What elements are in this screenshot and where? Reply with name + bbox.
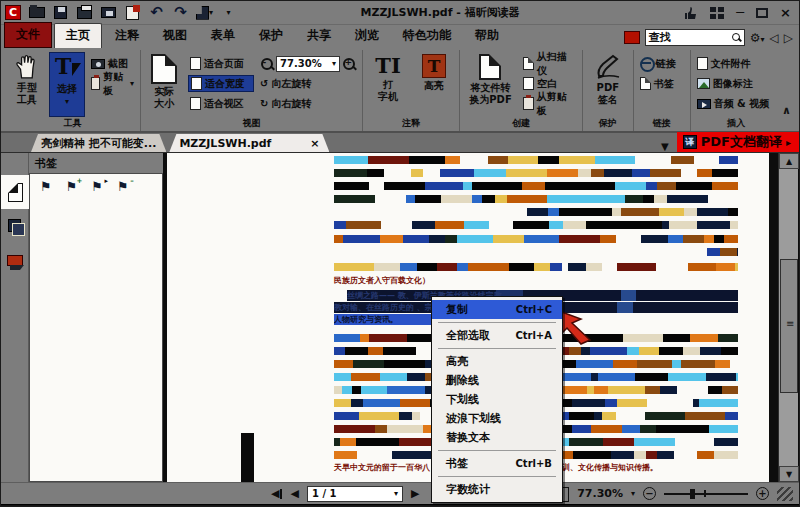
pages-panel-button[interactable] [1,209,29,243]
maximize-button[interactable] [756,8,768,18]
redo-button[interactable]: ↷ [172,5,189,20]
close-button[interactable]: × [780,6,791,19]
image-annotation-button[interactable]: 图像标注 [695,75,772,92]
close-tab-icon[interactable]: × [310,137,319,150]
caret-down-icon: ▾ [209,9,213,17]
garbled-text-line [527,208,738,216]
zoom-level-combo[interactable]: 77.30%▾ [276,56,340,72]
next-page-button[interactable]: ▶ [411,488,419,499]
rotate-right-button[interactable]: ↻向右旋转 [258,95,358,112]
bookmark-next-button[interactable]: ⚑▸ [91,180,103,193]
menu-item-underline[interactable]: 下划线 [432,390,562,409]
fit-width-button[interactable]: 适合宽度 [188,75,254,92]
audio-video-button[interactable]: 音频 & 视频 [695,95,772,112]
first-page-button[interactable]: ◀ [271,488,282,499]
brush-tool-button[interactable]: ▾ [196,5,213,20]
undo-button[interactable]: ↶ [148,5,165,20]
resize-grip[interactable] [777,487,793,501]
fit-visible-button[interactable]: 适合视区 [188,95,254,112]
zoom-percentage: 77.30% [577,487,623,500]
scrollbar-thumb[interactable] [780,259,798,393]
pdf-sign-label: PDF 签名 [597,82,619,105]
garbled-text-line [334,169,738,177]
bookmark-expand-button[interactable]: ⚑ [40,180,52,193]
fit-page-button[interactable]: 适合页面 [188,55,254,72]
find-input[interactable]: 查找 [645,29,745,46]
menu-item-word-count[interactable]: 字数统计 [432,480,562,499]
bookmark-delete-button[interactable]: ⚑– [117,180,129,193]
menu-item-replace-text[interactable]: 替换文本 [432,428,562,447]
page-number-combo[interactable]: 1 / 1▾ [307,486,403,502]
garbled-text-line [334,235,738,243]
select-tool-button[interactable]: T 选择 ▾ [49,52,85,117]
stamp-button[interactable] [124,5,141,20]
garbled-red-text-top: 民族历文者入守百载文化） [334,275,430,286]
doc-tab-2-active[interactable]: MZZJLSWH.pdf× [169,134,329,152]
clipboard-button[interactable]: 剪贴板▾ [89,75,136,92]
find-next-button[interactable]: ▷ [784,31,793,45]
foxit-logo-icon[interactable]: C [5,5,21,20]
link-button[interactable]: 链接 [638,55,678,72]
hand-tool-button[interactable]: 手型 工具 [9,52,45,117]
tab-browse[interactable]: 浏览 [344,24,390,48]
pdf-translate-button[interactable]: 译 PDF文档翻译 ▸ [677,132,799,152]
menu-item-squiggly-underline[interactable]: 波浪下划线 [432,409,562,428]
comments-panel-button[interactable] [1,243,29,277]
tab-share[interactable]: 共享 [296,24,342,48]
menu-item-copy[interactable]: 复制Ctrl+C [432,300,562,319]
pdf-sign-button[interactable]: PDF 签名 [587,52,629,117]
tab-list-dropdown-icon[interactable]: ▼ [661,141,669,152]
email-button[interactable] [100,5,117,20]
bookmarks-panel-button[interactable] [1,175,29,209]
highlight-button[interactable]: T 高亮 [413,52,455,117]
zoom-in-icon[interactable]: + [342,57,356,71]
from-scanner-button[interactable]: 从扫描仪 [521,55,578,72]
hand-tool-label: 手型 工具 [17,82,37,105]
from-clipboard-button[interactable]: 从剪贴板 [521,95,578,112]
bookmark-button[interactable]: 书签 [638,75,678,92]
menu-item-highlight[interactable]: 高亮 [432,352,562,371]
menu-item-bookmark[interactable]: 书签Ctrl+B [432,454,562,473]
tab-home[interactable]: 主页 [54,23,102,48]
tab-file[interactable]: 文件 [4,22,52,48]
actual-size-button[interactable]: 实际 大小 [145,52,184,117]
convert-to-pdf-button[interactable]: 将文件转 换为PDF [464,52,517,117]
collapse-ribbon-button[interactable]: ∧ [782,104,791,117]
group-label-comment: 注释 [363,117,459,130]
qat-more-button[interactable]: ▾ [220,5,237,20]
minimize-button[interactable]: ─ [736,6,744,19]
layout-grid-icon[interactable] [710,7,724,19]
tab-form[interactable]: 表单 [200,24,246,48]
find-options-button[interactable]: ⚙▾ [750,31,765,45]
doc-tab-1[interactable]: 亮剑精神 把不可能变... [31,134,166,152]
bookmarks-header: 书签 [29,153,163,173]
scroll-down-arrow[interactable]: ▼ [779,466,799,482]
zoom-out-button[interactable]: − [643,487,656,500]
zoom-out-icon[interactable]: - [260,57,274,71]
find-tool-icon[interactable] [624,31,640,44]
find-previous-button[interactable]: ◁ [770,31,779,45]
zoom-slider-thumb[interactable] [690,489,695,499]
tab-comment[interactable]: 注释 [104,24,150,48]
zoom-slider[interactable] [664,487,748,500]
typewriter-button[interactable]: TI 打 字机 [367,52,409,117]
previous-page-button[interactable]: ◀ [290,488,298,499]
zoom-in-button[interactable]: + [756,487,769,500]
zoom-caret-icon[interactable]: ▾ [631,489,635,498]
tab-help[interactable]: 帮助 [464,24,510,48]
print-button[interactable] [76,5,93,20]
scroll-up-arrow[interactable]: ▲ [779,153,799,169]
tab-protect[interactable]: 保护 [248,24,294,48]
menu-item-strikeout[interactable]: 删除线 [432,371,562,390]
tab-view[interactable]: 视图 [152,24,198,48]
save-button[interactable] [52,5,69,20]
tab-special-features[interactable]: 特色功能 [392,24,462,48]
menu-item-select-all[interactable]: 全部选取Ctrl+A [432,326,562,345]
bookmark-add-button[interactable]: ⚑+ [66,180,78,193]
rotate-left-button[interactable]: ↺向左旋转 [258,75,358,92]
vertical-scrollbar[interactable]: ▲ ▼ [778,153,798,482]
open-file-button[interactable] [28,5,45,20]
file-attachment-button[interactable]: 文件附件 [695,55,772,72]
share-hand-icon[interactable] [683,6,698,20]
scanner-icon [523,57,534,70]
